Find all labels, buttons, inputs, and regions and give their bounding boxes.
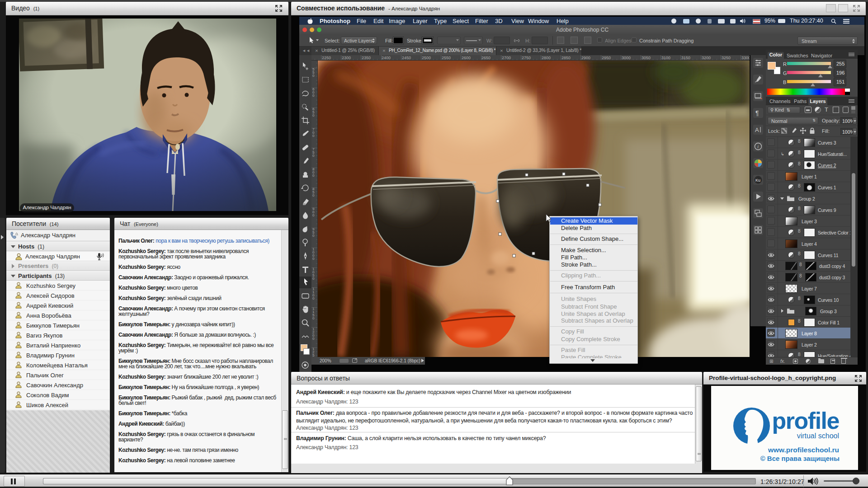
svg-text:i: i — [757, 144, 759, 149]
svg-text:¶: ¶ — [755, 109, 759, 117]
svg-text:Ku: Ku — [755, 178, 760, 183]
svg-text:A: A — [755, 127, 759, 133]
